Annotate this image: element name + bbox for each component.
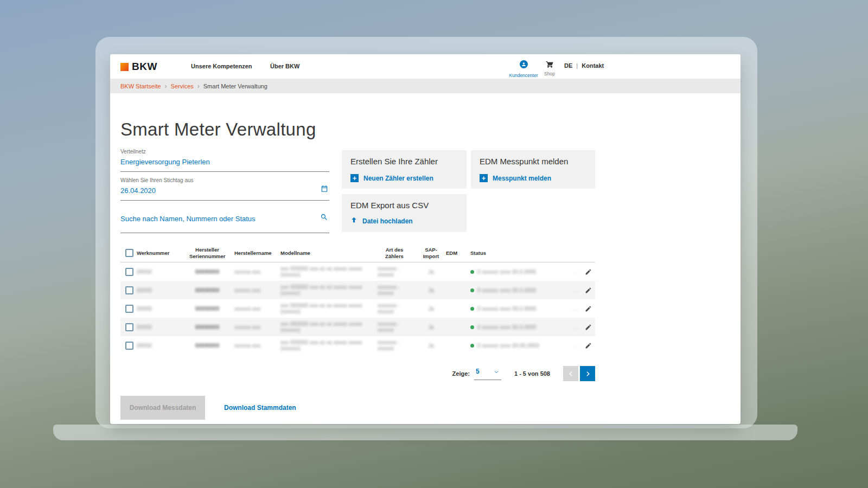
cell-seriennummer: 00000000 [180,343,234,349]
col-modellname: Modellname [280,250,373,256]
status-text: 0 xxxxxx xxxx 00.0.0000 [477,269,536,275]
pagination: Zeige: 5 1 - 5 von 508 [120,366,595,381]
status-dot [470,344,474,348]
edit-pencil-icon[interactable] [585,287,592,294]
col-herstellername: Herstellername [234,250,280,256]
page-size-select[interactable]: 5 [474,368,501,380]
chevron-right-icon: › [197,82,200,90]
table-row: 00000 00000000 xxxxxx-xxx xxx 000000 xxx… [120,281,595,299]
cell-actions: … [565,342,595,349]
bkw-logo-text: BKW [132,61,157,73]
more-menu[interactable]: … [573,268,579,275]
col-werknummer: Werknummer [137,250,180,256]
table-row: 00000 00000000 xxxxxx-xxx xxx 000000 xxx… [120,336,595,355]
download-messdaten-button[interactable]: Download Messdaten [120,396,205,420]
cell-actions: … [565,324,595,331]
cell-modellname: xxx 000000 xxx-xx xx xxxxx xxxxx (xxxxxx… [280,303,373,315]
cell-werknummer: 00000 [137,306,180,312]
create-meter-label: Neuen Zähler erstellen [363,175,433,182]
table-row: 00000 00000000 xxxxxx-xxx xxx 000000 xxx… [120,262,595,281]
select-all-checkbox[interactable] [125,249,133,257]
more-menu[interactable]: … [573,324,579,330]
cell-modellname: xxx 000000 xxx-xx xx xxxxx xxxxx (xxxxxx… [280,321,373,333]
report-messpunkt-button[interactable]: + Messpunkt melden [480,174,551,182]
more-menu[interactable]: … [573,287,579,293]
kontakt-link[interactable]: Kontakt [582,62,604,69]
create-meter-button[interactable]: + Neuen Zähler erstellen [350,174,433,182]
status-dot [470,288,474,292]
breadcrumb: BKW Startseite › Services › Smart Meter … [110,79,741,93]
shop-link[interactable]: Shop [542,60,557,76]
row-checkbox[interactable] [125,286,133,294]
cell-herstellername: xxxxxx-xxx [234,269,280,275]
kundencenter-link[interactable]: Kundencenter [507,60,540,79]
upload-file-button[interactable]: Datei hochladen [350,217,413,226]
cart-icon [546,61,554,70]
edit-pencil-icon[interactable] [585,342,592,349]
cell-status: 0 xxxxxx xxxx 00.00.0000 [470,343,565,349]
search-field [120,214,329,233]
cell-art: xxxxxxx - xxxxxx [378,284,411,297]
prev-page-button[interactable] [563,366,578,381]
cell-sap-import: Ja [416,306,446,312]
breadcrumb-services[interactable]: Services [171,83,194,89]
desktop-background: BKW Unsere Kompetenzen Über BKW Kundence… [0,0,868,488]
status-dot [470,270,474,274]
edit-pencil-icon[interactable] [585,268,592,275]
more-menu[interactable]: … [573,305,579,312]
status-dot [470,325,474,329]
report-messpunkt-label: Messpunkt melden [493,175,551,182]
search-icon[interactable] [320,213,328,223]
row-checkbox[interactable] [125,323,133,331]
card-create-title: Erstellen Sie Ihre Zähler [342,150,467,166]
chevron-down-icon [493,368,500,377]
cell-herstellername: xxxxxx-xxx [234,324,280,330]
cell-modellname: xxx 000000 xxx-xx xx xxxxx xxxxx (xxxxxx… [280,266,373,278]
cell-werknummer: 00000 [137,324,180,330]
cell-sap-import: Ja [416,269,446,275]
bkw-logo[interactable]: BKW [120,61,157,73]
nav-unsere-kompetenzen[interactable]: Unsere Kompetenzen [191,63,252,69]
laptop-base [53,425,797,440]
row-checkbox[interactable] [125,342,133,350]
cell-werknummer: 00000 [137,269,180,275]
cell-art: xxxxxxx - xxxxxx [378,339,411,352]
status-dot [470,307,474,311]
plus-icon: + [350,174,359,182]
status-text: 0 xxxxxx xxxx 00.0.0000 [477,324,536,330]
cell-modellname: xxx 000000 xxx-xx xx xxxxx xxxxx (xxxxxx… [280,339,373,352]
breadcrumb-startseite[interactable]: BKW Startseite [120,83,161,89]
card-edm-messpunkt: EDM Messpunkt melden + Messpunkt melden [471,150,595,189]
row-checkbox[interactable] [125,305,133,313]
stichtag-field[interactable]: Wählen Sie Ihren Stichtag aus 26.04.2020 [120,177,329,201]
status-text: 0 xxxxxx xxxx 00.0.0000 [477,287,536,293]
verteilnetz-field[interactable]: Verteilnetz Energieversorgung Pieterlen [120,149,329,172]
calendar-icon[interactable] [321,185,328,195]
download-stammdaten-link[interactable]: Download Stammdaten [224,404,296,412]
search-input[interactable] [120,215,316,228]
table-header-row: Werknummer Hersteller Seriennummer Herst… [120,244,595,262]
user-icon [520,60,528,68]
page-size-label: Zeige: [452,370,470,377]
cell-actions: … [565,268,595,275]
cell-actions: … [565,305,595,312]
stichtag-label: Wählen Sie Ihren Stichtag aus [120,177,329,183]
chevron-right-icon: › [165,82,167,90]
lang-kontakt-group: DE | Kontakt [564,62,604,69]
more-menu[interactable]: … [573,342,579,349]
stichtag-value: 26.04.2020 [120,187,156,195]
cell-modellname: xxx 000000 xxx-xx xx xxxxx xxxxx (xxxxxx… [280,284,373,297]
verteilnetz-label: Verteilnetz [120,149,329,155]
nav-ueber-bkw[interactable]: Über BKW [270,63,299,69]
edit-pencil-icon[interactable] [585,305,592,312]
row-checkbox[interactable] [125,268,133,276]
app-window: BKW Unsere Kompetenzen Über BKW Kundence… [110,54,741,424]
cell-herstellername: xxxxxx-xxx [234,287,280,293]
page-size-value: 5 [476,368,480,375]
next-page-button[interactable] [580,366,595,381]
cell-seriennummer: 00000000 [180,287,234,293]
cell-herstellername: xxxxxx-xxx [234,343,280,349]
edit-pencil-icon[interactable] [585,324,592,331]
language-selector[interactable]: DE [564,62,572,69]
cell-werknummer: 00000 [137,287,180,293]
